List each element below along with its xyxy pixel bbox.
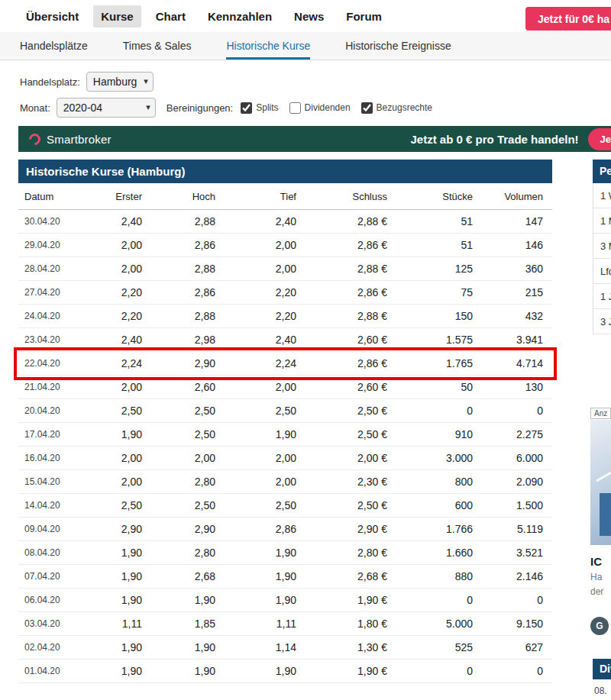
smartbroker-brand: Smartbroker: [47, 133, 112, 146]
smartbroker-banner[interactable]: Smartbroker Jetzt ab 0 € pro Trade hande…: [18, 126, 611, 152]
cell-stuecke: 1.660: [396, 541, 482, 565]
cell-stuecke: 3.000: [396, 447, 482, 470]
handelsplatz-select-wrap: Hamburg: [86, 72, 154, 92]
handelsplatz-label: Handelsplatz:: [20, 76, 80, 88]
nav-news[interactable]: News: [286, 5, 331, 27]
cell-tief: 2,20: [225, 281, 306, 305]
cell-stuecke: 0: [396, 660, 482, 683]
nav-uebersicht[interactable]: Übersicht: [18, 5, 86, 27]
performance-row: Lfd: [593, 259, 611, 284]
cell-stuecke: 75: [396, 281, 482, 305]
cell-datum: 23.04.20: [18, 328, 87, 352]
bereinigungen-label: Bereinigungen:: [166, 102, 233, 114]
cell-tief: 1,90: [225, 660, 306, 683]
cell-hoch: 2,80: [151, 470, 225, 494]
cell-hoch: 2,60: [151, 376, 225, 399]
cell-tief: 2,00: [225, 234, 306, 257]
cell-hoch: 2,86: [151, 281, 225, 305]
table-row: 17.04.201,902,501,902,50 €9102.275: [18, 423, 552, 447]
cell-datum: 28.04.20: [18, 257, 87, 281]
cell-hoch: 1,90: [151, 636, 225, 660]
subnav-times-sales[interactable]: Times & Sales: [123, 32, 192, 60]
cell-hoch: 2,98: [151, 328, 225, 352]
handelsplatz-select[interactable]: Hamburg: [86, 72, 154, 92]
subnav-historische-kurse[interactable]: Historische Kurse: [226, 32, 310, 60]
cell-tief: 2,50: [225, 494, 306, 518]
smartbroker-logo-icon: [27, 131, 43, 147]
cell-stuecke: 51: [396, 210, 482, 234]
cell-tief: 2,00: [225, 376, 306, 399]
nav-forum[interactable]: Forum: [338, 5, 390, 27]
checkbox-dividenden[interactable]: Dividenden: [289, 102, 351, 114]
cell-tief: 2,50: [225, 399, 306, 423]
checkbox-splits[interactable]: Splits: [241, 102, 278, 114]
cell-datum: 24.04.20: [18, 305, 87, 328]
cell-tief: 1,11: [225, 612, 306, 636]
performance-row: 1 Ja: [593, 284, 611, 309]
col-stuecke: Stücke: [396, 183, 482, 210]
cell-volumen: 2.146: [482, 565, 552, 589]
cell-erster: 1,90: [87, 423, 151, 447]
ad-image[interactable]: [590, 420, 611, 545]
cell-stuecke: 910: [396, 423, 482, 447]
table-row: 03.04.201,111,851,111,80 €5.0009.150: [18, 612, 552, 636]
performance-rows: 1 W1 M3 MLfd1 Ja3 Ja: [593, 183, 611, 334]
bezugsrechte-checkbox-input[interactable]: [361, 102, 373, 114]
cell-schluss: 2,88 €: [306, 210, 396, 234]
nav-chart[interactable]: Chart: [148, 5, 193, 27]
cell-erster: 2,00: [87, 447, 151, 470]
dividenden-checkbox-input[interactable]: [289, 102, 301, 114]
cell-tief: 2,86: [225, 518, 306, 541]
table-row: 06.04.201,901,901,901,90 €00: [18, 589, 552, 612]
cell-volumen: 0: [482, 399, 552, 423]
splits-checkbox-input[interactable]: [241, 102, 252, 114]
banner-message: Jetzt ab 0 € pro Trade handeln!: [411, 133, 579, 146]
nav-kennzahlen[interactable]: Kennzahlen: [200, 5, 280, 27]
cell-erster: 2,20: [87, 305, 151, 328]
cell-hoch: 2,00: [151, 447, 225, 470]
cell-stuecke: 0: [396, 399, 482, 423]
cell-stuecke: 525: [396, 636, 482, 660]
table-row: 22.04.202,242,902,242,86 €1.7654.714: [18, 352, 552, 376]
top-cta-button[interactable]: Jetzt für 0€ ha: [525, 7, 611, 31]
cell-schluss: 2,00 €: [306, 447, 396, 470]
cell-volumen: 146: [482, 234, 552, 257]
cell-erster: 2,40: [87, 328, 151, 352]
subnav-historische-ereignisse[interactable]: Historische Ereignisse: [345, 32, 451, 60]
cell-hoch: 2,88: [151, 257, 225, 281]
ad-label: Anz: [590, 408, 611, 419]
cell-schluss: 2,88 €: [306, 257, 396, 281]
social-share-icon[interactable]: G: [590, 617, 609, 635]
cell-schluss: 2,68 €: [306, 565, 396, 589]
cell-schluss: 2,60 €: [306, 376, 396, 399]
cell-datum: 02.04.20: [18, 636, 87, 660]
cell-erster: 1,90: [87, 636, 151, 660]
cell-volumen: 2.275: [482, 423, 552, 447]
cell-erster: 2,00: [87, 376, 151, 399]
kurse-table-body: 30.04.202,402,882,402,88 €5114729.04.202…: [18, 210, 552, 683]
cell-stuecke: 150: [396, 305, 482, 328]
col-hoch: Hoch: [151, 183, 225, 210]
cell-volumen: 130: [482, 376, 552, 399]
cell-datum: 17.04.20: [18, 423, 87, 447]
cell-tief: 1,14: [225, 636, 306, 660]
ad-chart-illustration: [590, 420, 611, 545]
cell-stuecke: 51: [396, 234, 482, 257]
cell-erster: 2,20: [87, 281, 151, 305]
monat-select[interactable]: 2020-04: [57, 98, 156, 118]
cell-erster: 2,50: [87, 494, 151, 518]
cell-volumen: 2.090: [482, 470, 552, 494]
banner-cta-button[interactable]: Jetzt ha: [588, 128, 611, 150]
nav-kurse[interactable]: Kurse: [93, 5, 141, 27]
cell-schluss: 2,30 €: [306, 470, 396, 494]
sidebar-ad[interactable]: Anz IC Ha der G: [590, 405, 611, 635]
cell-datum: 30.04.20: [18, 210, 87, 234]
subnav-handelsplaetze[interactable]: Handelsplätze: [20, 32, 88, 60]
checkbox-bezugsrechte[interactable]: Bezugsrechte: [361, 102, 432, 114]
cell-volumen: 147: [482, 210, 552, 234]
table-row: 16.04.202,002,002,002,00 €3.0006.000: [18, 447, 552, 470]
cell-stuecke: 125: [396, 257, 482, 281]
cell-erster: 2,50: [87, 399, 151, 423]
cell-hoch: 2,90: [151, 518, 225, 541]
cell-datum: 08.04.20: [18, 541, 87, 565]
